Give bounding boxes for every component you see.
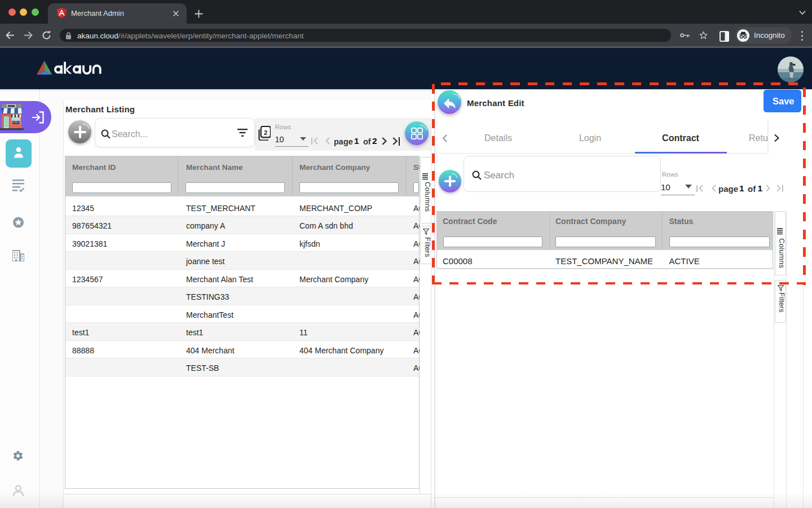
svg-text:2: 2 [264,129,267,136]
